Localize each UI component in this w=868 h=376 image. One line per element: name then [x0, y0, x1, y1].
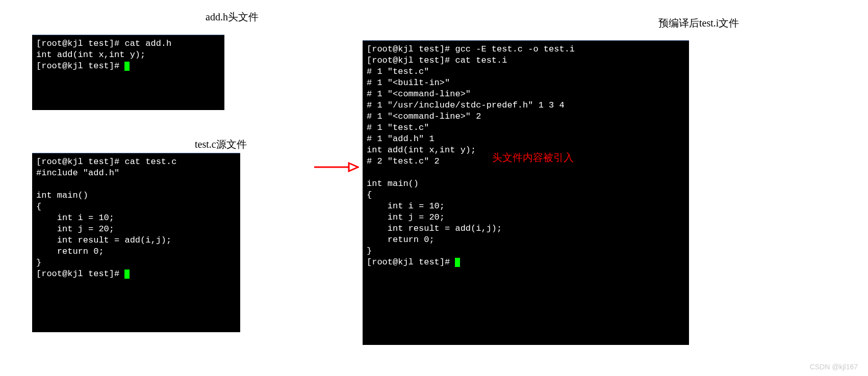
terminal-testi: [root@kjl test]# gcc -E test.c -o test.i…	[363, 40, 689, 345]
caption-addh: add.h头文件	[206, 10, 259, 24]
caption-testi: 预编译后test.i文件	[658, 16, 739, 30]
arrow-right-icon	[313, 160, 359, 174]
cursor-icon	[455, 258, 460, 267]
terminal-addh-content: [root@kjl test]# cat add.h int add(int x…	[36, 39, 171, 71]
terminal-testc: [root@kjl test]# cat test.c #include "ad…	[32, 153, 240, 332]
terminal-addh: [root@kjl test]# cat add.h int add(int x…	[32, 35, 224, 110]
terminal-testc-content: [root@kjl test]# cat test.c #include "ad…	[36, 157, 176, 279]
cursor-icon	[124, 270, 130, 279]
annotation-header-included: 头文件内容被引入	[492, 151, 574, 165]
watermark: CSDN @kjl167	[810, 363, 858, 371]
cursor-icon	[124, 62, 130, 71]
caption-testc: test.c源文件	[195, 138, 247, 151]
svg-marker-1	[349, 163, 358, 171]
